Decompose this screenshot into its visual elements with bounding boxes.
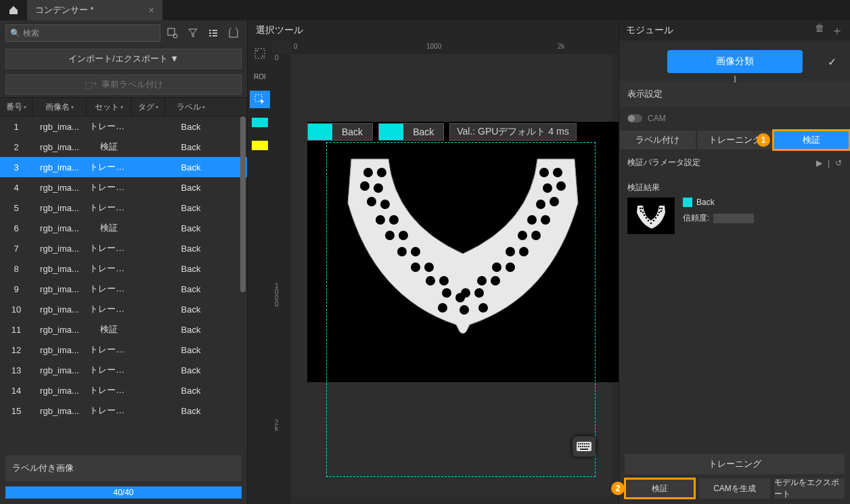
swatch-cyan[interactable]	[250, 114, 270, 131]
funnel-icon[interactable]	[185, 25, 201, 41]
center-title: 選択ツール	[248, 20, 619, 41]
callout-1: 1	[757, 133, 770, 147]
display-settings-header[interactable]: 表示設定	[619, 81, 850, 107]
tab-label[interactable]: ラベル付け	[619, 130, 696, 150]
history-icon[interactable]: ↺	[835, 158, 842, 168]
close-tab-icon[interactable]: ×	[149, 5, 154, 16]
verify-button[interactable]: 検証	[625, 478, 695, 499]
svg-rect-8	[255, 49, 265, 58]
col-number[interactable]: 番号▾	[0, 98, 32, 116]
tool-lasso[interactable]	[250, 45, 270, 62]
result-color-swatch	[683, 198, 692, 207]
table-row[interactable]: 15rgb_ima...トレーニ...Back	[0, 400, 247, 421]
table-row[interactable]: 14rgb_ima...トレーニ...Back	[0, 380, 247, 400]
export-model-button[interactable]: モデルをエクスポート	[774, 478, 845, 499]
svg-point-82	[653, 220, 655, 222]
svg-rect-5	[212, 32, 217, 34]
play-icon[interactable]: ▶	[816, 158, 822, 168]
table-row[interactable]: 6rgb_ima...検証Back	[0, 218, 247, 238]
titlebar: コンデンサー * ×	[0, 0, 850, 20]
document-tab[interactable]: コンデンサー * ×	[27, 0, 162, 20]
verify-result: 検証結果 Back 信頼度:	[619, 175, 850, 241]
import-export-button[interactable]: インポート/エクスポート ▼	[5, 49, 242, 69]
tool-select[interactable]	[250, 91, 270, 108]
table-row[interactable]: 2rgb_ima...検証Back	[0, 137, 247, 157]
ruler-horizontal: 0 1000 2k	[291, 41, 619, 54]
list-icon[interactable]	[205, 25, 221, 41]
image-classification-node[interactable]: 画像分類	[667, 50, 803, 73]
image-rows: 1rgb_ima...トレーニ...Back2rgb_ima...検証Back3…	[0, 116, 247, 451]
table-row[interactable]: 12rgb_ima...トレーニ...Back	[0, 340, 247, 360]
home-button[interactable]	[0, 0, 27, 20]
svg-rect-57	[588, 443, 589, 444]
svg-rect-0	[168, 28, 175, 35]
rows-scrollbar[interactable]	[240, 116, 246, 451]
result-label: Back	[696, 198, 715, 207]
table-row[interactable]: 9rgb_ima...トレーニ...Back	[0, 279, 247, 299]
swatch-yellow[interactable]	[250, 137, 270, 154]
svg-rect-63	[588, 446, 589, 447]
generate-cam-button[interactable]: CAMを生成	[699, 478, 769, 499]
col-name[interactable]: 画像名▾	[32, 98, 87, 116]
svg-rect-7	[212, 35, 217, 37]
callout-2: 2	[611, 482, 625, 495]
training-button[interactable]: トレーニング	[625, 454, 845, 474]
svg-point-75	[650, 223, 652, 225]
search-placeholder: 検索	[23, 28, 39, 39]
search-input[interactable]: 🔍 検索	[5, 24, 160, 42]
table-row[interactable]: 3rgb_ima...トレーニ...Back	[0, 157, 247, 177]
roi-rectangle[interactable]	[326, 142, 596, 477]
table-row[interactable]: 10rgb_ima...トレーニ...Back	[0, 299, 247, 319]
svg-point-77	[659, 208, 661, 210]
svg-point-76	[661, 208, 663, 210]
svg-rect-52	[578, 443, 579, 444]
svg-point-78	[661, 210, 663, 212]
svg-point-69	[642, 208, 644, 210]
filter-image-icon[interactable]	[164, 25, 181, 41]
confidence-label: 信頼度:	[683, 212, 709, 224]
tab-verify[interactable]: 検証	[773, 130, 850, 150]
svg-point-80	[657, 214, 659, 216]
keyboard-icon[interactable]	[573, 436, 596, 457]
svg-rect-4	[209, 32, 211, 34]
tool-strip: ROI	[248, 41, 272, 504]
add-icon[interactable]: ＋	[831, 22, 843, 39]
verify-param-header[interactable]: 検証パラメータ設定 ▶| ↺	[619, 150, 850, 175]
svg-rect-62	[586, 446, 587, 447]
module-header: モジュール 🗑 ＋	[619, 20, 850, 41]
table-row[interactable]: 4rgb_ima...トレーニ...Back	[0, 177, 247, 198]
table-row[interactable]: 11rgb_ima...検証Back	[0, 319, 247, 340]
table-row[interactable]: 7rgb_ima...トレーニ...Back	[0, 238, 247, 258]
table-row[interactable]: 13rgb_ima...トレーニ...Back	[0, 360, 247, 380]
svg-rect-60	[582, 446, 583, 447]
svg-rect-61	[584, 446, 585, 447]
package-icon[interactable]	[225, 25, 242, 41]
cam-toggle[interactable]: CAM	[619, 107, 850, 130]
col-label[interactable]: ラベル▾	[165, 98, 217, 116]
check-icon: ✓	[828, 55, 836, 68]
svg-rect-2	[209, 30, 211, 31]
svg-point-73	[646, 217, 648, 219]
progress-text: 40/40	[5, 486, 242, 499]
table-row[interactable]: 8rgb_ima...トレーニ...Back	[0, 258, 247, 279]
svg-rect-53	[580, 443, 581, 444]
svg-rect-54	[582, 443, 583, 444]
tab-title: コンデンサー *	[35, 4, 94, 16]
validation-info: Val.: GPUデフォルト 4 ms	[449, 123, 576, 141]
svg-rect-6	[209, 35, 211, 37]
right-panel: モジュール 🗑 ＋ 画像分類 ✓ 表示設定 CAM ラベル付け トレーニング 検…	[619, 20, 850, 504]
labeled-images-section: ラベル付き画像	[5, 455, 242, 481]
table-row[interactable]: 1rgb_ima...トレーニ...Back	[0, 116, 247, 137]
delete-icon[interactable]: 🗑	[815, 22, 824, 39]
svg-point-81	[655, 217, 657, 219]
svg-rect-3	[212, 30, 217, 31]
col-set[interactable]: セット▾	[87, 98, 131, 116]
prediction-chip-1: Back	[307, 123, 373, 141]
svg-point-71	[642, 212, 644, 214]
result-thumbnail	[627, 198, 675, 234]
prelabel-button[interactable]: ⬚⁺事前ラベル付け	[5, 74, 242, 95]
table-row[interactable]: 5rgb_ima...トレーニ...Back	[0, 198, 247, 218]
viewport[interactable]: Back Back Val.: GPUデフォルト 4 ms	[291, 54, 612, 497]
tool-roi[interactable]: ROI	[250, 68, 270, 85]
col-tag[interactable]: タグ▾	[131, 98, 165, 116]
